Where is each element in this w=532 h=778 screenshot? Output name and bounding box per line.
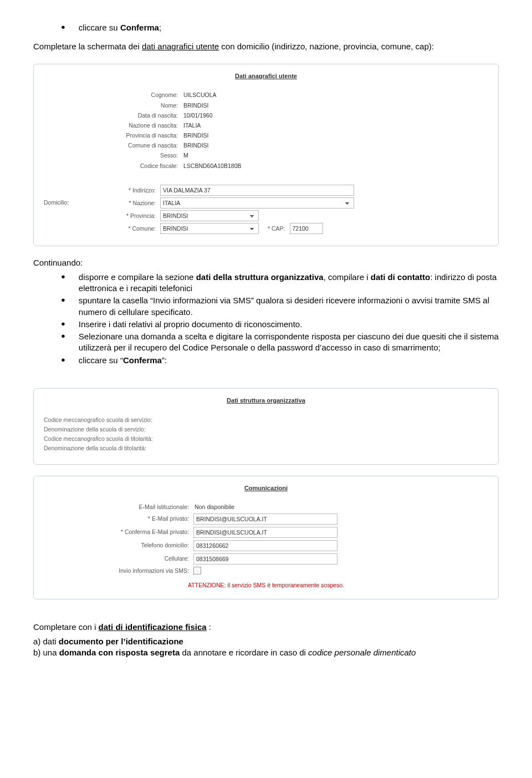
text-underline: dati anagrafici utente — [142, 42, 219, 51]
label-codice-fiscale: Codice fiscale: — [44, 162, 182, 170]
text: Completare la schermata dei — [33, 42, 142, 51]
label-domicilio: Domicilio: — [44, 183, 105, 206]
text: da annotare e ricordare in caso di — [180, 648, 308, 657]
bullet-item: ● spuntare la casella “Invio informazion… — [61, 295, 499, 318]
bullet-text: spuntare la casella “Invio informazioni … — [79, 295, 499, 318]
paragraph: b) una domanda con risposta segreta da a… — [33, 647, 499, 658]
text-bold: dati della struttura organizzativa — [196, 272, 324, 282]
label-email-istituzionale: E-Mail istituzionale: — [44, 503, 193, 511]
text: cliccare su “ — [79, 355, 123, 365]
select-nazione[interactable]: ITALIA — [160, 197, 354, 209]
label-provincia: * Provincia: — [105, 212, 160, 220]
label-comune-nascita: Comune di nascita: — [44, 141, 182, 149]
bullet-text: Inserire i dati relativi al proprio docu… — [79, 319, 499, 330]
paragraph: Continuando: — [33, 257, 499, 268]
bullet-icon: ● — [61, 355, 65, 365]
text: ”: — [162, 355, 167, 365]
value-sesso: M — [182, 151, 188, 159]
text: disporre e compilare la sezione — [79, 272, 196, 282]
label-telefono: Telefono domicilio: — [44, 541, 193, 549]
bullet-text: disporre e compilare la sezione dati del… — [79, 272, 499, 294]
bullet-icon: ● — [61, 331, 65, 341]
bullet-text: cliccare su “Conferma”: — [79, 355, 499, 366]
value-nome: BRINDISI — [182, 101, 209, 109]
panel-title: Dati anagrafici utente — [44, 72, 488, 80]
text-bold: domanda con risposta segreta — [59, 648, 180, 657]
label-denominazione-titolarita: Denominazione della scuola di titolarità… — [44, 444, 488, 452]
bullet-icon: ● — [61, 295, 65, 305]
panel-title: Dati struttura organizzativa — [44, 396, 488, 405]
label-denominazione-servizio: Denominazione della scuola di servizio: — [44, 425, 488, 433]
value-email-istituzionale: Non disponibile — [193, 503, 234, 511]
text: con domicilio (indirizzo, nazione, provi… — [219, 42, 434, 51]
label-cap: * CAP: — [268, 225, 290, 232]
bullet-item: ● disporre e compilare la sezione dati d… — [61, 272, 499, 294]
text-bold: Conferma — [120, 23, 159, 32]
text: : — [207, 622, 211, 632]
label-email-privato: * E-Mail privato: — [44, 515, 193, 522]
value-codice-fiscale: LSCBND60A10B180B — [182, 162, 241, 170]
input-conferma-email[interactable] — [193, 527, 337, 538]
label-data-nascita: Data di nascita: — [44, 111, 182, 119]
text: b) una — [33, 648, 59, 657]
input-email-privato[interactable] — [193, 513, 337, 525]
label-cellulare: Cellulare: — [44, 555, 193, 562]
text: , compilare i — [324, 272, 371, 282]
select-provincia[interactable]: BRINDISI — [160, 210, 259, 221]
bullet-item: ● cliccare su Conferma; — [61, 22, 499, 33]
label-nazione: * Nazione: — [105, 199, 160, 207]
select-comune[interactable]: BRINDISI — [160, 223, 259, 234]
paragraph: Completare con i dati di identificazione… — [33, 622, 499, 633]
text-italic: codice personale dimenticato — [308, 648, 416, 657]
input-indirizzo[interactable] — [160, 185, 354, 196]
attention-text: ATTENZIONE: il servizio SMS è temporanea… — [44, 581, 488, 589]
value-cognome: UILSCUOLA — [182, 91, 217, 99]
text: a) dati — [33, 637, 59, 646]
value-comune-nascita: BRINDISI — [182, 141, 209, 149]
text: cliccare su — [79, 23, 120, 32]
input-cellulare[interactable] — [193, 553, 337, 565]
value-nazione-nascita: ITALIA — [182, 121, 201, 129]
text-bold-underline: dati di identificazione fisica — [99, 622, 207, 632]
paragraph: a) dati documento per l’identificazione — [33, 636, 499, 647]
text: ; — [159, 23, 161, 32]
label-indirizzo: * Indirizzo: — [105, 186, 160, 194]
label-cognome: Cognome: — [44, 91, 182, 99]
bullet-icon: ● — [61, 319, 65, 329]
label-comune: * Comune: — [105, 225, 160, 232]
bullet-item: ● cliccare su “Conferma”: — [61, 355, 499, 366]
panel-title: Comunicazioni — [44, 484, 488, 492]
label-conferma-email: * Conferma E-Mail privato: — [44, 528, 193, 536]
bullet-icon: ● — [61, 272, 65, 282]
label-codice-titolarita: Codice meccanografico scuola di titolari… — [44, 435, 488, 443]
label-nazione-nascita: Nazione di nascita: — [44, 121, 182, 129]
input-cap[interactable] — [290, 223, 323, 234]
value-data-nascita: 10/01/1960 — [182, 111, 213, 119]
label-sesso: Sesso: — [44, 151, 182, 159]
panel-comunicazioni: Comunicazioni E-Mail istituzionale:Non d… — [33, 476, 499, 599]
label-provincia-nascita: Provincia di nascita: — [44, 131, 182, 139]
input-telefono[interactable] — [193, 540, 337, 551]
bullet-item: ● Selezionare una domanda a scelta e dig… — [61, 331, 499, 354]
paragraph: Completare la schermata dei dati anagraf… — [33, 41, 499, 52]
bullet-text: Selezionare una domanda a scelta e digit… — [79, 331, 499, 354]
text-bold: Conferma — [123, 355, 162, 365]
label-sms: Invio informazioni via SMS: — [44, 567, 193, 574]
checkbox-sms[interactable] — [193, 567, 201, 574]
label-nome: Nome: — [44, 101, 182, 109]
label-codice-servizio: Codice meccanografico scuola di servizio… — [44, 416, 488, 424]
bullet-item: ● Inserire i dati relativi al proprio do… — [61, 319, 499, 330]
bullet-text: cliccare su Conferma; — [79, 22, 499, 33]
text-bold: dati di contatto — [371, 272, 431, 282]
text: Completare con i — [33, 622, 99, 632]
panel-dati-anagrafici: Dati anagrafici utente Cognome:UILSCUOLA… — [33, 64, 499, 246]
value-provincia-nascita: BRINDISI — [182, 131, 209, 139]
bullet-icon: ● — [61, 22, 65, 32]
panel-struttura-organizzativa: Dati struttura organizzativa Codice mecc… — [33, 388, 499, 465]
text-bold: documento per l’identificazione — [59, 637, 183, 646]
